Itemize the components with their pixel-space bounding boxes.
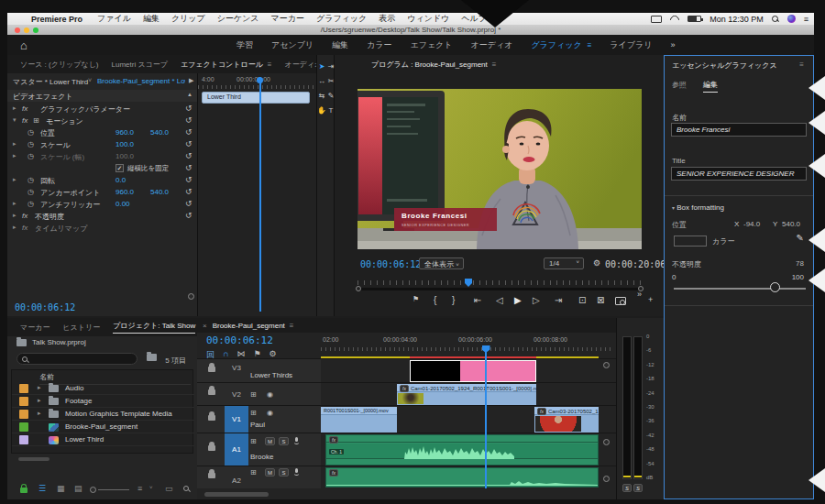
eyedropper-icon[interactable]: ✎	[797, 233, 804, 243]
clip-lower-third[interactable]	[410, 360, 536, 382]
reset-icon[interactable]: ↺	[185, 115, 192, 125]
track-lock-icon[interactable]	[208, 415, 215, 421]
spotlight-icon[interactable]	[772, 16, 779, 23]
solo-right-button[interactable]: S	[633, 484, 643, 492]
x-value[interactable]: -94.0	[743, 220, 760, 228]
track-v1-header[interactable]: V1 ⊞ ◉ Paul	[197, 406, 321, 433]
label-chip[interactable]	[19, 422, 28, 432]
twirl-icon[interactable]: ▸	[38, 410, 41, 417]
sync-lock-icon[interactable]: ⊞	[250, 437, 257, 445]
sort-icon[interactable]: ≡	[138, 484, 142, 493]
stopwatch-icon[interactable]: ◷	[28, 200, 34, 208]
clip-r001[interactable]: R001T001S001-_[0000].mov	[321, 407, 397, 433]
scale-value[interactable]: 100.0	[116, 140, 147, 148]
track-v3-header[interactable]: V3 Lower Thirds	[197, 359, 321, 382]
menu-sequence[interactable]: シーケンス	[217, 13, 259, 25]
project-breadcrumb[interactable]: Talk Show.prproj	[16, 338, 86, 346]
effect-row-opacity[interactable]: ▸ fx 不透明度 ↺	[7, 211, 197, 223]
stopwatch-icon[interactable]: ◷	[28, 140, 34, 148]
anchor-x-value[interactable]: 960.0	[116, 188, 147, 196]
solo-button[interactable]: S	[279, 468, 289, 477]
home-icon[interactable]: ⌂	[20, 38, 28, 52]
show-timeline-icon[interactable]: ▶	[189, 77, 193, 84]
wifi-icon[interactable]	[670, 16, 679, 23]
lift-button[interactable]: ⊡	[578, 295, 586, 305]
anchor-y-value[interactable]: 540.0	[150, 188, 182, 196]
track-v1-badge[interactable]: V1	[225, 406, 248, 433]
freeform-view-icon[interactable]: ▤	[74, 484, 82, 493]
automate-sequence-icon[interactable]: ▭	[165, 484, 173, 493]
project-writable-lock-icon[interactable]	[20, 488, 28, 493]
track-output-eye-icon[interactable]: ◉	[267, 409, 273, 417]
menu-file[interactable]: ファイル	[97, 13, 131, 25]
mute-button[interactable]: M	[265, 437, 275, 445]
clip-audio-a2[interactable]: fx	[325, 467, 599, 488]
position-x-value[interactable]: 960.0	[116, 128, 147, 137]
mini-timeline-clip[interactable]: Lower Third	[202, 92, 310, 104]
effect-row-graphic-params[interactable]: ▸ fx グラフィックパラメーター ↺	[7, 104, 197, 115]
track-a1-badge[interactable]: A1	[225, 433, 248, 466]
export-frame-camera-icon[interactable]	[615, 297, 626, 305]
mini-timeline-playhead[interactable]	[259, 77, 261, 312]
workspace-audio[interactable]: オーディオ	[471, 39, 513, 51]
menubar-clock[interactable]: Mon 12:30 PM	[710, 15, 764, 24]
workspace-editing[interactable]: 編集	[332, 39, 348, 51]
twirl-icon[interactable]: ▸	[38, 397, 41, 404]
vscroll-knob[interactable]	[603, 476, 610, 482]
sync-lock-icon[interactable]: ⊞	[250, 468, 257, 477]
master-label[interactable]: マスター * Lower Third	[13, 77, 88, 87]
track-v3-badge[interactable]: V3	[225, 354, 248, 382]
reset-icon[interactable]: ↺	[185, 187, 192, 196]
settings-wrench-icon[interactable]: ⚙	[593, 258, 600, 268]
panel-menu-icon[interactable]: ≡	[290, 322, 294, 330]
new-bin-icon[interactable]	[147, 354, 157, 361]
ripple-edit-tool[interactable]: ↔	[317, 75, 326, 87]
list-view-icon[interactable]: ☰	[38, 484, 46, 493]
workspace-assembly[interactable]: アセンブリ	[271, 39, 314, 51]
tab-browse[interactable]: 参照	[672, 80, 687, 93]
project-row-audio[interactable]: ▸ Audio	[12, 382, 194, 395]
workspace-effects[interactable]: エフェクト	[410, 39, 452, 51]
step-back-button[interactable]: ◁	[496, 295, 503, 305]
add-marker-button[interactable]: ⚑	[412, 295, 419, 303]
program-video-frame[interactable]: Brooke Francesi SENIOR EXPERIENCE DESIGN…	[358, 89, 642, 249]
program-scrubber[interactable]	[358, 279, 642, 291]
twirl-icon[interactable]: ▸	[38, 384, 41, 391]
twirl-icon[interactable]: ▸	[13, 104, 16, 112]
tab-project[interactable]: プロジェクト: Talk Show	[113, 321, 195, 334]
workspace-overflow-icon[interactable]: »	[670, 40, 675, 49]
effect-row-motion[interactable]: ▾ fx ⊞ モーション ↺	[7, 115, 197, 127]
tab-markers[interactable]: マーカー	[20, 323, 50, 333]
track-lock-icon[interactable]	[208, 473, 215, 478]
program-timecode[interactable]: 00:00:06:12	[360, 259, 421, 269]
mute-button[interactable]: M	[265, 468, 275, 477]
position-y-value[interactable]: 540.0	[150, 128, 182, 137]
stopwatch-icon[interactable]: ◷	[28, 128, 34, 137]
effect-row-rotation[interactable]: ▸ ◷ 回転 0.0 ↺	[7, 175, 197, 187]
vscroll-knob[interactable]	[603, 439, 610, 445]
tab-program-monitor[interactable]: プログラム : Brooke-Paul_segment	[371, 60, 488, 70]
clip-reference[interactable]: Brooke-Paul_segment * Low...	[97, 77, 185, 85]
reset-icon[interactable]: ↺	[185, 163, 192, 172]
close-window-button[interactable]	[15, 27, 20, 33]
play-button[interactable]: ▶	[514, 295, 522, 305]
workspace-learning[interactable]: 学習	[236, 39, 253, 51]
notification-center-icon[interactable]: ≡	[804, 15, 808, 24]
menu-clip[interactable]: クリップ	[171, 13, 205, 25]
menu-edit[interactable]: 編集	[143, 13, 160, 25]
project-search-input[interactable]	[16, 353, 138, 365]
sync-lock-icon[interactable]: ⊞	[250, 409, 257, 417]
stopwatch-icon[interactable]: ◷	[28, 176, 34, 184]
tab-history[interactable]: ヒストリー	[62, 323, 100, 333]
menu-graphics[interactable]: グラフィック	[316, 13, 367, 25]
chevron-down-icon[interactable]: ˅	[149, 485, 153, 490]
selection-tool[interactable]: ➤	[317, 60, 326, 72]
label-chip[interactable]	[19, 384, 28, 393]
ec-scroll-knob[interactable]	[188, 293, 194, 300]
track-a1-name[interactable]: Brooke	[250, 453, 273, 461]
program-playhead[interactable]	[465, 279, 472, 287]
track-v3-name[interactable]: Lower Thirds	[250, 371, 292, 379]
track-v2-badge[interactable]: V2	[225, 383, 248, 405]
mark-in-button[interactable]: {	[434, 295, 436, 305]
y-value[interactable]: 540.0	[782, 220, 800, 228]
